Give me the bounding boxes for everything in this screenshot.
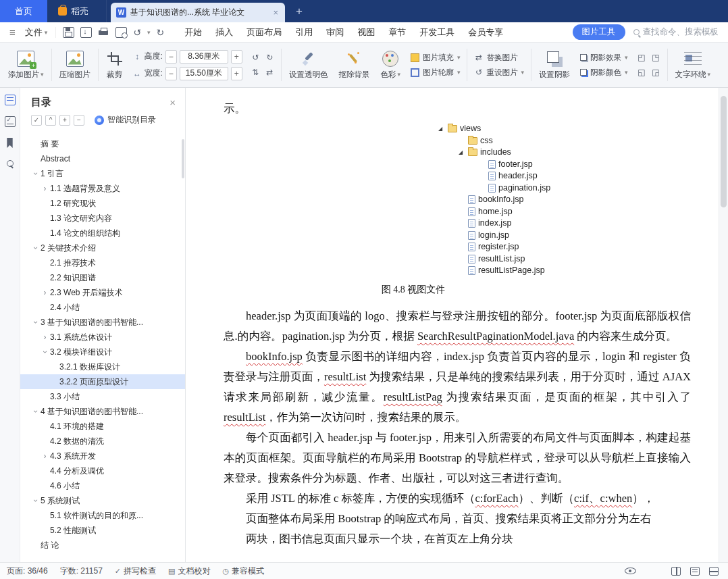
shadow-preset-button[interactable]: ◲ — [650, 67, 662, 78]
outline-panel-icon[interactable] — [5, 95, 16, 105]
chevron-right-icon[interactable]: › — [40, 332, 50, 342]
picture-outline-button[interactable]: 图片轮廓 ▾ — [411, 68, 461, 78]
rotate-right-button[interactable]: ↻ — [264, 52, 276, 64]
rotate-left-button[interactable]: ↺ — [250, 52, 261, 64]
compat-mode-indicator[interactable]: ◷ 兼容模式 — [222, 565, 264, 577]
save-button[interactable] — [63, 27, 74, 38]
tasks-panel-icon[interactable] — [5, 116, 16, 127]
compress-picture-button[interactable]: 压缩图片 — [54, 46, 96, 84]
search-panel-icon[interactable] — [7, 160, 14, 167]
shadow-color-button[interactable]: 阴影颜色 ▾ — [580, 68, 628, 78]
docer-tab[interactable]: 稻壳 — [47, 0, 107, 22]
toc-select-button[interactable]: ✓ — [31, 115, 42, 126]
toc-item[interactable]: ›5 系统测试 — [20, 493, 185, 508]
menu-item[interactable]: 开始 — [178, 26, 209, 39]
toc-item[interactable]: 3.2.1 数据库设计 — [20, 359, 185, 374]
toc-item[interactable]: 4.2 数据的清洗 — [20, 434, 185, 449]
toc-item[interactable]: ›4.3 系统开发 — [20, 449, 185, 463]
eye-protect-icon[interactable] — [625, 568, 636, 574]
toc-item[interactable]: 1.4 论文的组织结构 — [20, 226, 185, 241]
height-input[interactable] — [180, 50, 228, 64]
menu-item[interactable]: 审阅 — [319, 26, 350, 39]
menu-item[interactable]: 插入 — [209, 26, 240, 39]
toc-item[interactable]: 4.6 小结 — [20, 478, 185, 493]
shadow-preset-button[interactable]: ◰ — [636, 52, 648, 64]
chevron-right-icon[interactable]: › — [40, 451, 50, 461]
toc-item[interactable]: 2.4 小结 — [20, 300, 185, 315]
print-button[interactable] — [98, 27, 109, 38]
reset-picture-button[interactable]: ↺ 重设图片 ▾ — [474, 68, 524, 78]
toc-item[interactable]: 2.2 知识图谱 — [20, 270, 185, 285]
flip-vertical-button[interactable]: ⇅ — [250, 67, 261, 78]
chevron-down-icon[interactable]: › — [31, 318, 41, 328]
toc-item[interactable]: 5.2 性能测试 — [20, 523, 185, 538]
height-decrease-button[interactable]: − — [165, 50, 177, 64]
home-tab[interactable]: 首页 — [0, 0, 47, 22]
width-decrease-button[interactable]: − — [165, 67, 177, 80]
toc-item[interactable]: 4.4 分析及调优 — [20, 463, 185, 478]
toc-collapse-button[interactable]: − — [74, 115, 84, 126]
chevron-right-icon[interactable]: › — [40, 288, 50, 297]
set-shadow-button[interactable]: 设置阴影 — [534, 46, 575, 84]
close-tab-icon[interactable]: × — [271, 7, 280, 18]
bookmark-panel-icon[interactable] — [6, 138, 14, 148]
chevron-down-icon[interactable]: › — [31, 243, 41, 253]
toc-item[interactable]: Abstract — [20, 151, 185, 166]
shadow-effect-button[interactable]: 阴影效果 ▾ — [580, 53, 628, 63]
smart-toc-button[interactable]: 智能识别目录 — [95, 114, 156, 126]
toc-item[interactable]: 3.3 小结 — [20, 389, 185, 404]
toc-item[interactable]: ›3.1 系统总体设计 — [20, 330, 185, 345]
picture-fill-button[interactable]: 图片填充 ▾ — [411, 53, 461, 63]
toc-item[interactable]: 5.1 软件测试的目的和原... — [20, 508, 185, 523]
vertical-scrollbar[interactable] — [719, 88, 728, 562]
scrollbar-thumb[interactable] — [721, 96, 727, 207]
web-view-icon[interactable] — [690, 567, 700, 576]
close-panel-icon[interactable]: × — [170, 97, 176, 108]
undo-caret-icon[interactable]: ▾ — [147, 29, 151, 36]
file-menu[interactable]: 文件 ▾ — [20, 26, 53, 39]
page-view-icon[interactable] — [671, 567, 681, 576]
toc-item[interactable]: ›3 基于知识图谱的图书智能... — [20, 315, 185, 330]
width-input[interactable] — [180, 67, 228, 80]
print-preview-button[interactable] — [115, 27, 127, 38]
menu-item[interactable]: 会员专享 — [461, 26, 510, 39]
chevron-down-icon[interactable]: › — [41, 347, 50, 357]
toc-item[interactable]: 摘 要 — [20, 136, 185, 151]
toc-item[interactable]: 1.3 论文研究内容 — [20, 211, 185, 226]
set-transparent-button[interactable]: 设置透明色 — [284, 46, 334, 84]
picture-tools-tab[interactable]: 图片工具 — [573, 24, 625, 40]
add-picture-button[interactable]: + 添加图片▾ — [3, 46, 49, 84]
text-wrap-button[interactable]: 文字环绕▾ — [670, 46, 717, 84]
new-tab-button[interactable]: + — [296, 5, 303, 18]
toc-item[interactable]: 4.1 环境的搭建 — [20, 419, 185, 434]
menu-item[interactable]: 章节 — [382, 26, 413, 39]
export-button[interactable] — [80, 27, 92, 38]
hamburger-icon[interactable]: ≡ — [5, 26, 20, 38]
toc-item[interactable]: 2.1 推荐技术 — [20, 255, 185, 270]
toc-expand-button[interactable]: + — [59, 115, 70, 126]
spell-check-toggle[interactable]: ✓ 拼写检查 — [115, 565, 156, 577]
remove-background-button[interactable]: 抠除背景 — [333, 46, 375, 84]
chevron-down-icon[interactable]: › — [31, 169, 41, 179]
menu-item[interactable]: 视图 — [350, 26, 382, 39]
redo-button[interactable]: ↻ — [157, 27, 165, 38]
command-search[interactable]: 查找命令、搜索模板 — [633, 26, 723, 38]
shadow-preset-button[interactable]: ◱ — [636, 67, 648, 78]
chevron-right-icon[interactable]: › — [40, 184, 50, 193]
toc-item[interactable]: 3.2.2 页面原型设计 — [20, 374, 185, 389]
word-count[interactable]: 字数: 21157 — [60, 565, 103, 577]
sidebar-scrollbar-thumb[interactable] — [182, 139, 184, 178]
menu-item[interactable]: 引用 — [288, 26, 319, 39]
replace-picture-button[interactable]: ⇄ 替换图片 — [474, 53, 524, 63]
outline-view-icon[interactable] — [709, 567, 719, 576]
width-increase-button[interactable]: + — [231, 67, 242, 80]
document-tab[interactable]: W 基于知识图谱的...系统 毕业论文 × — [111, 3, 285, 22]
menu-item[interactable]: 页面布局 — [240, 26, 288, 39]
toc-item[interactable]: ›3.2 模块详细设计 — [20, 345, 185, 359]
undo-button[interactable]: ↺ — [133, 27, 141, 38]
chevron-down-icon[interactable]: › — [31, 407, 41, 417]
flip-horizontal-button[interactable]: ⇄ — [264, 67, 276, 78]
color-button[interactable]: 色彩▾ — [375, 46, 406, 84]
toc-item[interactable]: ›1.1 选题背景及意义 — [20, 181, 185, 196]
toc-item[interactable]: 结 论 — [20, 538, 185, 553]
